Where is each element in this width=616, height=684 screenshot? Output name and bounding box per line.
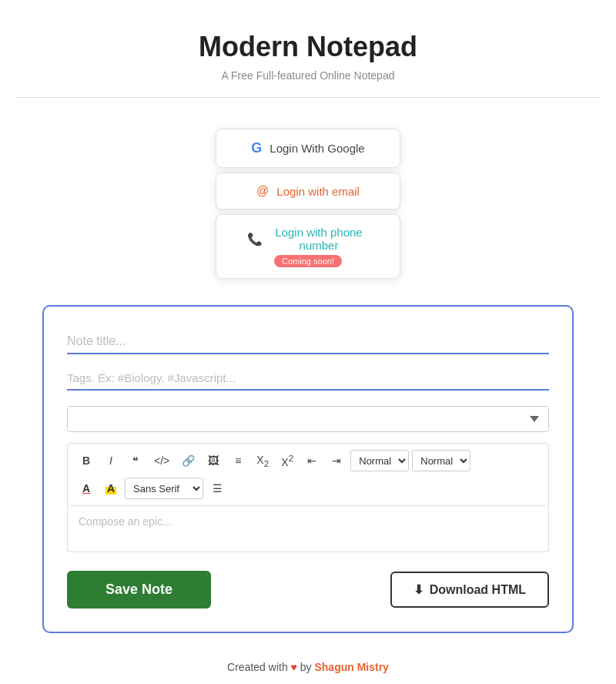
header: Modern Notepad A Free Full-featured Onli… bbox=[0, 0, 616, 113]
bullet-list-button[interactable]: ≡ bbox=[227, 450, 249, 471]
indent-decrease-button[interactable]: ⇤ bbox=[301, 450, 323, 471]
subscript-button[interactable]: X2 bbox=[252, 450, 273, 471]
footer-author: Shagun Mistry bbox=[314, 661, 388, 673]
font-family-toolbar-select[interactable]: Sans Serif Serif Monospace bbox=[125, 478, 203, 499]
superscript-icon: X2 bbox=[281, 453, 293, 468]
font-family-select[interactable]: Sans Serif Serif Monospace bbox=[67, 406, 549, 432]
phone-icon: 📞 bbox=[247, 232, 263, 246]
login-phone-label: Login with phone number bbox=[269, 226, 369, 252]
save-note-label: Save Note bbox=[105, 582, 172, 597]
subscript-icon: X2 bbox=[256, 454, 269, 468]
footer: Created with ♥ by Shagun Mistry bbox=[215, 649, 401, 684]
bullet-list-icon: ≡ bbox=[235, 454, 241, 467]
bold-button[interactable]: B bbox=[75, 450, 97, 471]
code-button[interactable]: </> bbox=[149, 450, 174, 471]
download-icon: ⬇ bbox=[413, 582, 424, 597]
italic-button[interactable]: I bbox=[100, 450, 122, 471]
login-email-button[interactable]: @ Login with email bbox=[216, 173, 400, 210]
login-google-button[interactable]: G Login With Google bbox=[216, 129, 400, 168]
font-color-button[interactable]: A bbox=[75, 478, 97, 499]
toolbar-row2: A A Sans Serif Serif Monospace ☰ bbox=[75, 478, 541, 499]
align-icon: ☰ bbox=[213, 482, 223, 495]
email-icon: @ bbox=[256, 184, 269, 198]
save-note-button[interactable]: Save Note bbox=[67, 571, 211, 609]
blockquote-icon: ❝ bbox=[132, 454, 139, 467]
image-icon: 🖼 bbox=[208, 454, 219, 467]
coming-soon-badge: Coming soon! bbox=[274, 255, 342, 267]
align-button[interactable]: ☰ bbox=[206, 478, 228, 499]
footer-by: by bbox=[300, 661, 315, 673]
font-color-icon: A bbox=[82, 482, 90, 495]
link-icon: 🔗 bbox=[182, 454, 195, 467]
highlight-button[interactable]: A bbox=[100, 478, 122, 499]
footer-prefix: Created with bbox=[227, 661, 288, 673]
size-select[interactable]: Normal Small Large Huge bbox=[412, 450, 470, 471]
editor-card: Sans Serif Serif Monospace B I ❝ </> 🔗 bbox=[42, 305, 574, 633]
button-row: Save Note ⬇ Download HTML bbox=[67, 571, 549, 609]
note-title-input[interactable] bbox=[67, 330, 549, 354]
google-icon: G bbox=[251, 140, 262, 156]
login-google-label: Login With Google bbox=[270, 142, 364, 155]
heading-select[interactable]: Normal H1 H2 H3 bbox=[350, 450, 409, 471]
image-button[interactable]: 🖼 bbox=[203, 450, 224, 471]
app-subtitle: A Free Full-featured Online Notepad bbox=[15, 69, 601, 82]
download-html-label: Download HTML bbox=[430, 583, 526, 597]
code-icon: </> bbox=[154, 454, 169, 467]
compose-placeholder: Compose an epic... bbox=[79, 515, 172, 528]
indent-increase-button[interactable]: ⇥ bbox=[326, 450, 347, 471]
indent-decrease-icon: ⇤ bbox=[307, 454, 316, 467]
blockquote-button[interactable]: ❝ bbox=[125, 450, 146, 471]
download-html-button[interactable]: ⬇ Download HTML bbox=[390, 572, 549, 608]
header-divider bbox=[15, 97, 601, 98]
login-section: G Login With Google @ Login with email 📞… bbox=[216, 129, 400, 282]
toolbar: B I ❝ </> 🔗 🖼 ≡ bbox=[67, 443, 549, 506]
toolbar-row1: B I ❝ </> 🔗 🖼 ≡ bbox=[75, 450, 541, 471]
indent-increase-icon: ⇥ bbox=[332, 454, 341, 467]
link-button[interactable]: 🔗 bbox=[177, 450, 199, 471]
superscript-button[interactable]: X2 bbox=[276, 450, 298, 471]
note-tags-input[interactable] bbox=[67, 367, 549, 391]
app-title: Modern Notepad bbox=[15, 31, 601, 63]
login-phone-button[interactable]: 📞 Login with phone number Coming soon! bbox=[216, 214, 400, 279]
editor-area[interactable]: Compose an epic... bbox=[67, 506, 549, 552]
login-email-label: Login with email bbox=[276, 185, 360, 198]
highlight-icon: A bbox=[105, 482, 116, 495]
heart-icon: ♥ bbox=[291, 661, 300, 673]
